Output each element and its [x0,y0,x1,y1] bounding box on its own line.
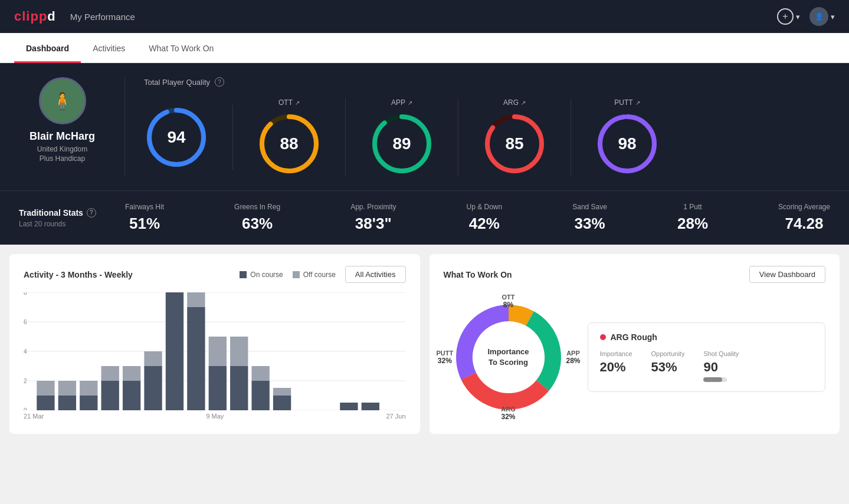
top-navigation: clippd My Performance + ▾ 👤 ▾ [0,0,849,33]
stat-value-fairways: 51% [125,215,164,233]
x-label-3: 27 Jun [386,413,405,420]
player-name: Blair McHarg [29,130,95,143]
wtwo-content: Importance To Scoring OTT 8% APP 28% ARG… [444,292,826,422]
wtwo-title: What To Work On [444,270,512,279]
svg-rect-24 [80,396,97,410]
arg-label: ARG ↗ [503,98,526,107]
segment-label-ott: OTT 8% [502,294,515,309]
stats-help-icon[interactable]: ? [87,208,96,218]
quality-card-app: APP ↗ 89 [346,98,458,176]
player-country: United Kingdom [37,145,87,153]
gauge-ott: 88 [257,111,322,176]
svg-rect-44 [340,403,358,410]
stat-name-fairways: Fairways Hit [125,203,164,211]
svg-text:8: 8 [24,292,27,296]
nav-title: My Performance [70,12,135,22]
metric-importance: Importance 20% [600,350,632,382]
stat-name-sandsave: Sand Save [572,203,607,211]
svg-rect-40 [251,381,269,410]
stat-name-proximity: App. Proximity [350,203,396,211]
ott-value: 88 [280,134,298,153]
chevron-down-icon-2: ▾ [831,12,835,21]
stat-value-updown: 42% [467,215,503,233]
svg-rect-38 [230,366,248,410]
legend-dot-on [240,271,247,278]
metric-bar-fill [703,377,722,382]
chevron-down-icon: ▾ [796,12,800,21]
stat-gir: Greens In Reg 63% [234,203,280,233]
segment-label-putt: PUTT 32% [437,350,454,365]
metric-name-shot-quality: Shot Quality [703,350,739,357]
quality-section: Total Player Quality ? 94 OTT ↗ [125,77,830,176]
detail-metrics: Importance 20% Opportunity 53% Shot Qual… [600,350,814,382]
metric-bar-shot-quality [703,377,727,382]
quality-cards: 94 OTT ↗ 88 AP [144,98,811,176]
svg-rect-34 [187,307,205,410]
activity-controls: On course Off course All Activities [240,266,405,283]
stats-label-group: Traditional Stats ? Last 20 rounds [19,208,125,228]
legend-on-course: On course [240,271,283,279]
nav-right: + ▾ 👤 ▾ [777,7,835,26]
svg-rect-20 [37,396,54,410]
quality-header: Total Player Quality ? [144,77,811,87]
donut-label: Importance To Scoring [487,347,529,368]
svg-rect-27 [101,366,119,381]
segment-label-arg: ARG 32% [501,406,515,421]
app-logo: clippd [14,9,56,24]
tab-activities[interactable]: Activities [81,33,137,63]
avatar: 👤 [809,7,828,26]
stats-period: Last 20 rounds [19,220,125,228]
metric-shot-quality: Shot Quality 90 [703,350,739,382]
stat-value-sandsave: 33% [572,215,607,233]
svg-rect-32 [166,292,183,410]
svg-rect-29 [123,366,140,381]
stats-items: Fairways Hit 51% Greens In Reg 63% App. … [125,203,830,233]
what-to-work-on-card: What To Work On View Dashboard [430,254,840,434]
stat-value-proximity: 38'3" [350,215,396,233]
all-activities-button[interactable]: All Activities [345,266,406,283]
nav-left: clippd My Performance [14,9,135,24]
profile-button[interactable]: 👤 ▾ [809,7,835,26]
stat-sandsave: Sand Save 33% [572,203,607,233]
stat-proximity: App. Proximity 38'3" [350,203,396,233]
putt-value: 98 [618,134,636,153]
stat-value-scoring: 74.28 [778,215,830,233]
svg-rect-41 [251,366,269,381]
stat-value-gir: 63% [234,215,280,233]
trend-icon-4: ↗ [635,100,640,106]
metric-value-opportunity: 53% [651,360,685,375]
stat-name-1putt: 1 Putt [677,203,708,211]
player-handicap: Plus Handicap [40,154,85,163]
svg-text:2: 2 [24,378,27,384]
svg-rect-31 [144,351,162,366]
tab-dashboard[interactable]: Dashboard [14,33,81,63]
svg-rect-35 [187,292,205,307]
stat-scoring: Scoring Average 74.28 [778,203,830,233]
x-label-2: 9 May [206,413,224,420]
view-dashboard-button[interactable]: View Dashboard [749,266,825,283]
player-info: 🧍 Blair McHarg United Kingdom Plus Handi… [19,77,125,176]
detail-header: ARG Rough [600,332,814,342]
tpq-value: 94 [167,128,185,147]
stats-row: Traditional Stats ? Last 20 rounds Fairw… [0,190,849,245]
tab-what-to-work-on[interactable]: What To Work On [137,33,225,63]
trend-icon: ↗ [295,100,300,106]
bottom-section: Activity - 3 Months - Weekly On course O… [0,245,849,443]
stat-1putt: 1 Putt 28% [677,203,708,233]
metric-value-shot-quality: 90 [703,360,739,375]
avatar: 🧍 [39,77,86,124]
gauge-tpq: 94 [144,105,209,170]
stat-value-1putt: 28% [677,215,708,233]
add-button[interactable]: + ▾ [777,8,800,25]
svg-rect-42 [273,396,291,410]
donut-chart: Importance To Scoring OTT 8% APP 28% ARG… [444,292,573,422]
help-icon[interactable]: ? [215,77,224,87]
activity-title: Activity - 3 Months - Weekly [24,270,133,279]
x-label-1: 21 Mar [24,413,44,420]
svg-rect-43 [273,388,291,396]
svg-rect-26 [101,381,119,410]
quality-card-arg: ARG ↗ 85 [458,98,571,176]
quality-title: Total Player Quality [144,78,210,87]
metric-opportunity: Opportunity 53% [651,350,685,382]
stats-label: Traditional Stats ? [19,208,125,218]
